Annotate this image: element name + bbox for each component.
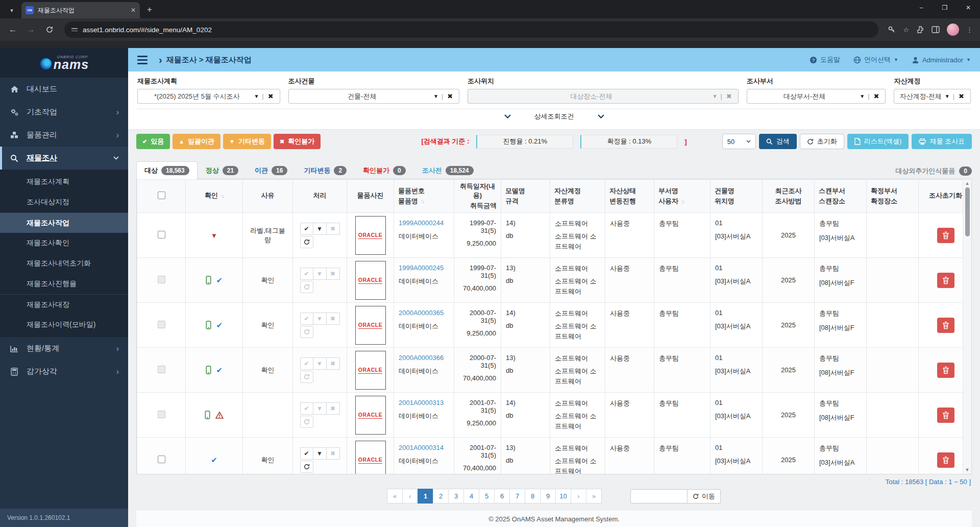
column-header[interactable]: 자산상태↑↓ 변동진행↑↓ [605,180,654,213]
submenu-item[interactable]: 재물조사계획 [0,172,128,192]
item-photo[interactable]: ORACLE [355,396,386,435]
filter-select[interactable]: 대상장소-전체 ▼ | ✖ [468,89,739,104]
status-tab[interactable]: 대상 18,563 [136,161,198,179]
item-number-link[interactable]: 2000A0000365 [399,309,444,317]
reset-survey-button[interactable] [937,273,954,288]
window-maximize-button[interactable]: ❐ [933,0,957,15]
browser-menu-icon[interactable]: ⋮ [966,26,973,34]
process-refresh-button[interactable] [300,416,313,428]
page-number-button[interactable]: 3 [448,489,464,504]
app-logo[interactable]: ONBRID CORP. nams [0,48,128,78]
submenu-item[interactable]: 재물조사작업 [0,212,128,233]
status-tab[interactable]: 조사전 18,524 [414,161,482,179]
process-refresh-button[interactable] [300,461,313,473]
column-header[interactable]: 최근조사↑↓ 조사방법↑↓ [763,180,815,213]
reload-button[interactable] [42,22,57,37]
submenu-item[interactable]: 재물조사대장 [0,294,128,315]
filter-select[interactable]: 대상부서-전체 ▼ | ✖ [747,89,886,104]
row-checkbox[interactable] [158,321,165,328]
page-number-button[interactable]: 10 [555,489,571,504]
column-header[interactable]: 취득일자(내용)↑↓ 취득금액↑↓ [454,180,501,213]
item-photo[interactable]: ORACLE [355,441,386,474]
submenu-item[interactable]: 조사대상지정 [0,192,128,212]
item-number-link[interactable]: 2000A0000366 [399,354,444,362]
item-number-link[interactable]: 1999A0000245 [399,264,444,272]
process-refresh-button[interactable] [300,236,313,248]
page-size-select[interactable]: 50 [722,134,756,149]
process-caret-button[interactable]: ▼ [313,223,327,235]
sort-icon[interactable]: ↑↓ [421,199,424,204]
status-tab[interactable]: 정상 21 [198,161,247,179]
scroll-down-icon[interactable]: ▼ [965,466,970,474]
clear-filter-icon[interactable]: ✖ [443,92,454,100]
caret-down-icon[interactable]: ▼ [251,93,262,99]
column-header[interactable]: 물품사진↑↓ ↑↓ [347,180,394,213]
site-settings-icon[interactable] [71,28,78,31]
status-tab[interactable]: 이관 16 [247,161,296,179]
extensions-icon[interactable] [916,26,924,34]
column-header[interactable]: 스캔부서↑↓ 스캔장소↑↓ [815,180,867,213]
process-caret-button[interactable]: ▼ [313,447,327,460]
language-select[interactable]: 언어선택 ▼ [853,55,898,64]
item-photo[interactable]: ORACLE [355,216,386,255]
process-confirm-button[interactable]: ✔ [300,313,313,325]
page-number-button[interactable]: 4 [463,489,479,504]
process-reject-button[interactable]: ✖ [327,268,340,280]
excel-list-button[interactable]: 리스트(엑셀) [847,134,909,149]
user-menu[interactable]: Administrador ▼ [912,56,971,64]
column-header[interactable]: 건물명↑↓ 위치명↑↓ [710,180,763,213]
new-tab-button[interactable]: + [143,3,156,16]
search-button[interactable]: 검색 [759,134,797,149]
next-page-button[interactable]: › [571,489,586,504]
item-photo[interactable]: ORACLE [355,306,386,345]
scrollbar-thumb[interactable] [965,187,970,236]
side-panel-icon[interactable] [932,26,940,33]
filter-select[interactable]: 자산계정-전체 ▼ | ✖ [894,89,971,104]
status-tab[interactable]: 확인불가 0 [355,161,414,179]
last-page-button[interactable]: » [586,489,602,504]
process-caret-button[interactable]: ▼ [313,357,327,370]
status-tab[interactable]: 기타변동 2 [296,161,355,179]
item-photo[interactable]: ORACLE [355,261,386,300]
reset-survey-button[interactable] [937,318,954,333]
column-header[interactable]: 확인↑↓ ↑↓ [186,180,243,213]
reset-survey-button[interactable] [937,408,954,423]
select-all-checkbox[interactable] [158,191,165,199]
reset-survey-button[interactable] [937,363,954,378]
clear-filter-icon[interactable]: ✖ [264,92,275,100]
process-caret-button[interactable]: ▼ [313,313,327,325]
reset-survey-button[interactable] [937,452,954,468]
sort-icon[interactable]: ↑↓ [681,199,684,204]
process-confirm-button[interactable]: ✔ [300,223,313,235]
window-minimize-button[interactable]: – [910,0,933,15]
filter-select[interactable]: *(2025) 2025년 5월 수시조사 ▼ | ✖ [137,89,280,104]
reset-button[interactable]: 초기화 [800,134,844,149]
clear-filter-icon[interactable]: ✖ [870,92,880,100]
process-refresh-button[interactable] [300,371,313,383]
submenu-item[interactable]: 재물조사내역초기화 [0,253,128,274]
process-confirm-button[interactable]: ✔ [300,402,313,415]
clear-filter-icon[interactable]: ✖ [954,92,965,100]
tab-close-icon[interactable]: ✕ [131,7,136,14]
page-number-button[interactable]: 1 [418,489,433,504]
submenu-item[interactable]: 재물조사확인 [0,233,128,253]
process-confirm-button[interactable]: ✔ [300,447,313,460]
first-page-button[interactable]: « [387,489,403,504]
caret-down-icon[interactable]: ▼ [709,93,721,99]
sidebar-item-status-stats[interactable]: 현황/통계 › [0,337,128,360]
process-caret-button[interactable]: ▼ [313,402,327,415]
detail-search-toggle[interactable]: 상세조회조건 [137,109,971,123]
survey-sheet-button[interactable]: 재물 조사표 [912,134,972,149]
process-caret-button[interactable]: ▼ [313,268,327,280]
item-number-link[interactable]: 2001A0000314 [399,444,444,451]
row-checkbox[interactable] [158,231,165,238]
back-button[interactable]: ← [5,22,20,37]
page-number-button[interactable]: 5 [479,489,495,504]
bookmark-star-icon[interactable]: ☆ [903,26,909,34]
clear-filter-icon[interactable]: ✖ [722,92,733,100]
column-header[interactable]: 처리↑↓ ↑↓ [293,180,347,213]
row-checkbox[interactable] [158,366,165,373]
browser-tab[interactable]: ON 재물조사작업 ✕ [21,2,140,18]
status-action-button[interactable]: ▼ 기타변동 [223,134,271,149]
process-reject-button[interactable]: ✖ [327,447,340,460]
